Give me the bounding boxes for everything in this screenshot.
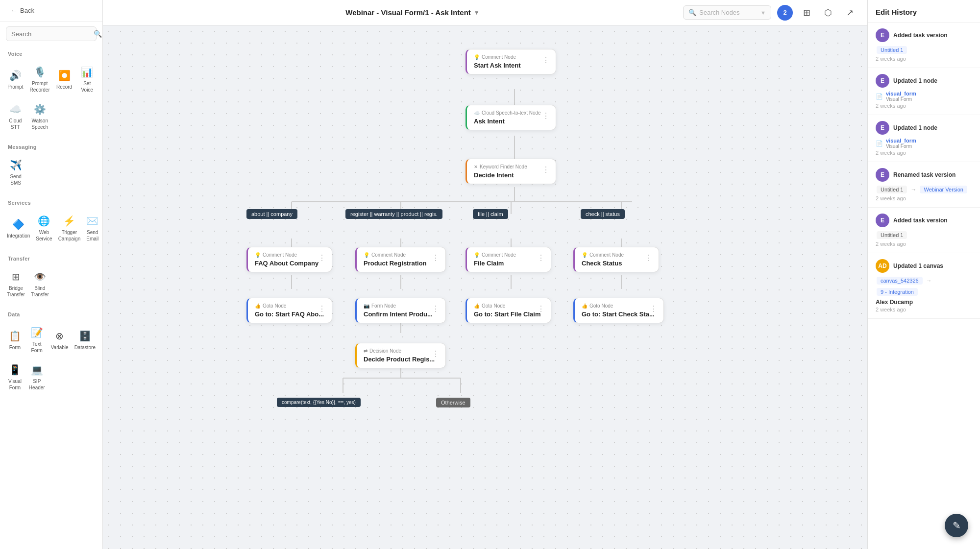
comment-node-icon: 💡 <box>474 54 480 60</box>
node-title: FAQ About Company <box>255 260 325 267</box>
history-link-3[interactable]: 📄 visual_form Visual Form <box>876 138 972 149</box>
node-faq-about-company[interactable]: 💡 Comment Node FAQ About Company ⋮ <box>246 247 332 272</box>
node-title-text: Ask Intent <box>474 118 505 125</box>
branch-about-company: about || company <box>246 209 297 219</box>
node-ask-intent[interactable]: ☁️ Cloud Speech-to-text Node Ask Intent … <box>466 105 556 130</box>
settings-icon-btn[interactable]: ↗ <box>842 5 858 21</box>
form-node-icon: 📷 <box>364 303 369 309</box>
sidebar-item-text-form[interactable]: 📝 Text Form <box>27 322 47 358</box>
node-goto-file-claim[interactable]: 👍 Goto Node Go to: Start File Claim ⋮ <box>466 298 551 323</box>
sidebar-item-set-voice[interactable]: 📊 Set Voice <box>76 62 98 97</box>
edit-history-title: Edit History <box>868 0 980 23</box>
datastore-label: Datastore <box>74 344 96 351</box>
node-goto-check-status[interactable]: 👍 Goto Node Go to: Start Check Sta... ⋮ <box>573 298 664 323</box>
sidebar-item-send-email[interactable]: ✉️ Send Email <box>84 211 100 246</box>
node-menu-button[interactable]: ⋮ <box>430 348 441 359</box>
voice-section-label: Voice <box>0 46 102 60</box>
node-type-label: Keyword Finder Node <box>480 164 527 169</box>
node-menu-button[interactable]: ⋮ <box>535 252 547 263</box>
node-menu-button[interactable]: ⋮ <box>316 303 328 314</box>
layout-icon-btn[interactable]: ⬡ <box>820 5 836 21</box>
node-decide-product-reg[interactable]: ⇄ Decision Node Decide Product Regis... … <box>355 343 446 368</box>
sip-header-label: SIP Header <box>29 378 45 391</box>
sidebar-item-integration[interactable]: 🔷 Integration <box>5 211 32 246</box>
flow-canvas[interactable]: 💡 Comment Node Start Ask Intent ⋮ ☁️ Clo… <box>103 25 867 549</box>
send-email-label: Send Email <box>86 229 98 242</box>
grid-icon-btn[interactable]: ⊞ <box>799 5 814 21</box>
sidebar-item-form[interactable]: 📋 Form <box>5 322 25 358</box>
branch-otherwise: Otherwise <box>436 398 470 407</box>
node-start-ask-intent[interactable]: 💡 Comment Node Start Ask Intent ⋮ <box>466 49 556 74</box>
node-decide-intent[interactable]: ✕ Keyword Finder Node Decide Intent ⋮ <box>466 159 556 184</box>
avatar-erin-2: E <box>876 74 889 88</box>
sidebar-item-sip-header[interactable]: 💻 SIP Header <box>27 359 47 395</box>
node-menu-button[interactable]: ⋮ <box>316 252 328 263</box>
node-product-registration[interactable]: 💡 Comment Node Product Registration ⋮ <box>355 247 446 272</box>
node-type-label: Comment Node <box>482 54 516 60</box>
sidebar-item-datastore[interactable]: 🗄️ Datastore <box>73 322 98 358</box>
node-menu-button[interactable]: ⋮ <box>540 110 552 121</box>
node-menu-button[interactable]: ⋮ <box>540 54 552 66</box>
history-item-5: E Added task version Untitled 1 2 weeks … <box>868 208 980 253</box>
watson-speech-label: Watson Speech <box>30 118 50 130</box>
sip-header-icon: 💻 <box>31 363 43 376</box>
sidebar-item-watson-speech[interactable]: ⚙️ Watson Speech <box>28 99 52 134</box>
node-goto-faq[interactable]: 👍 Goto Node Go to: Start FAQ Abo... ⋮ <box>246 298 332 323</box>
node-type-label: Comment Node <box>589 252 624 258</box>
sidebar-item-prompt-recorder[interactable]: 🎙️ Prompt Recorder <box>28 62 52 97</box>
node-menu-button[interactable]: ⋮ <box>648 303 660 314</box>
goto-node-icon: 👍 <box>582 303 588 309</box>
history-person-6: Alex Ducamp <box>876 299 972 306</box>
node-confirm-product[interactable]: 📷 Form Node Confirm Intent Produ... ⋮ <box>355 298 446 323</box>
node-title-text: Decide Intent <box>474 171 514 179</box>
node-header: 📷 Form Node <box>364 303 439 309</box>
history-time-3: 2 weeks ago <box>876 150 972 156</box>
history-item-1: E Added task version Untitled 1 2 weeks … <box>868 23 980 68</box>
history-item-4: E Renamed task version Untitled 1 → Webi… <box>868 162 980 208</box>
back-button[interactable]: ← Back <box>0 0 102 22</box>
history-tag-untitled: Untitled 1 <box>877 186 907 193</box>
link-text2-2: Visual Form <box>886 96 916 102</box>
node-type-label: Comment Node <box>263 252 297 258</box>
sidebar-item-visual-form[interactable]: 📱 Visual Form <box>5 359 25 395</box>
node-header: 💡 Comment Node <box>364 252 439 258</box>
connector-lines <box>103 25 867 549</box>
node-title: Decide Intent <box>474 171 549 179</box>
link-icon-3: 📄 <box>876 140 883 147</box>
node-file-claim[interactable]: 💡 Comment Node File Claim ⋮ <box>466 247 551 272</box>
node-check-status[interactable]: 💡 Comment Node Check Status ⋮ <box>573 247 659 272</box>
edit-history-panel: Edit History E Added task version Untitl… <box>867 0 980 549</box>
node-type-label: Goto Node <box>482 303 505 309</box>
fab-button[interactable]: ✎ <box>945 514 968 537</box>
cloud-stt-icon: ☁️ <box>9 103 22 116</box>
node-title: Product Registration <box>364 260 439 267</box>
title-chevron-icon[interactable]: ▼ <box>474 9 480 16</box>
sidebar-item-send-sms[interactable]: ✈️ Send SMS <box>5 155 26 190</box>
sidebar-item-bridge-transfer[interactable]: ⊞ Bridge Transfer <box>5 266 27 302</box>
visual-form-icon: 📱 <box>9 363 21 376</box>
node-menu-button[interactable]: ⋮ <box>643 252 655 263</box>
history-link-2[interactable]: 📄 visual_form Visual Form <box>876 91 972 102</box>
node-menu-button[interactable]: ⋮ <box>535 303 547 314</box>
node-title-text: Confirm Intent Produ... <box>364 310 433 318</box>
datastore-icon: 🗄️ <box>79 330 91 342</box>
sidebar-item-cloud-stt[interactable]: ☁️ Cloud STT <box>5 99 26 134</box>
node-menu-button[interactable]: ⋮ <box>430 252 441 263</box>
search-nodes-input[interactable]: 🔍 Search Nodes ▼ <box>683 5 771 20</box>
sidebar-item-prompt[interactable]: 🔊 Prompt <box>5 62 26 97</box>
sidebar-item-variable[interactable]: ⊗ Variable <box>49 322 71 358</box>
trigger-campaign-icon: ⚡ <box>63 215 75 227</box>
sidebar-item-record[interactable]: ⏺️ Record <box>54 62 75 97</box>
avatar-erin-5: E <box>876 214 889 227</box>
trigger-campaign-label: Trigger Campaign <box>58 229 81 242</box>
node-type-label: Form Node <box>371 303 396 309</box>
node-menu-button[interactable]: ⋮ <box>540 164 552 175</box>
sidebar-search-bar[interactable]: 🔍 <box>6 26 97 41</box>
node-title-text: Check Status <box>582 260 622 267</box>
node-menu-button[interactable]: ⋮ <box>430 303 441 314</box>
sidebar-search-input[interactable] <box>11 30 94 38</box>
sidebar-item-web-service[interactable]: 🌐 Web Service <box>34 211 54 246</box>
sidebar-item-blind-transfer[interactable]: 👁️ Blind Transfer <box>29 266 51 302</box>
sidebar-item-trigger-campaign[interactable]: ⚡ Trigger Campaign <box>56 211 83 246</box>
history-tag-untitled1: Untitled 1 <box>877 46 907 54</box>
